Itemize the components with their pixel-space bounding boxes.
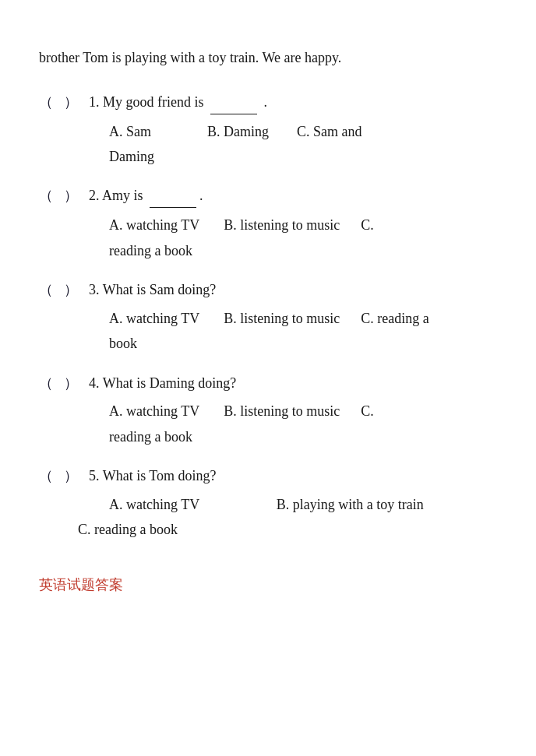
q2-wrap: reading a book: [39, 238, 497, 263]
answer-title: 英语试题答案: [39, 577, 123, 592]
q1-wrap: Daming: [39, 144, 497, 169]
bracket-q1: （ ）: [39, 91, 84, 114]
bracket-q5: （ ）: [39, 465, 84, 487]
question-4: （ ） 4. What is Daming doing? A. watching…: [39, 372, 497, 450]
q5-options: A. watching TV B. playing with a toy tra…: [39, 492, 497, 517]
question-3: （ ） 3. What is Sam doing? A. watching TV…: [39, 279, 497, 357]
q5-text: 5. What is Tom doing?: [89, 465, 217, 487]
q2-text: 2. Amy is .: [89, 185, 203, 208]
q4-text: 4. What is Daming doing?: [89, 372, 236, 395]
q1-text: 1. My good friend is .: [89, 91, 267, 114]
q3-wrap: book: [39, 331, 497, 356]
question-5: （ ） 5. What is Tom doing? A. watching TV…: [39, 465, 497, 543]
answer-section: 英语试题答案: [39, 574, 497, 596]
q5-wrap: C. reading a book: [39, 517, 497, 542]
intro-text: brother Tom is playing with a toy train.…: [39, 47, 497, 69]
question-2: （ ） 2. Amy is . A. watching TV B. listen…: [39, 185, 497, 263]
bracket-q4: （ ）: [39, 372, 84, 395]
q3-options: A. watching TV B. listening to music C. …: [39, 306, 497, 331]
q2-options: A. watching TV B. listening to music C.: [39, 213, 497, 237]
question-1: （ ） 1. My good friend is . A. Sam B. Dam…: [39, 91, 497, 170]
q3-text: 3. What is Sam doing?: [89, 279, 216, 301]
q1-options: A. Sam B. Daming C. Sam and: [39, 119, 497, 144]
q4-options: A. watching TV B. listening to music C.: [39, 399, 497, 424]
bracket-q2: （ ）: [39, 185, 84, 207]
q4-wrap: reading a book: [39, 424, 497, 449]
bracket-q3: （ ）: [39, 279, 84, 301]
